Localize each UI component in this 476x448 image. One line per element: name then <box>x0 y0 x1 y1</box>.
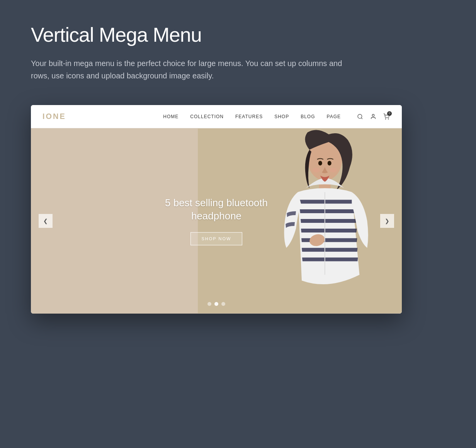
nav-item-page[interactable]: PAGE <box>327 114 341 119</box>
svg-point-11 <box>328 161 332 166</box>
nav-item-shop[interactable]: SHOP <box>274 114 289 119</box>
svg-point-3 <box>385 119 386 119</box>
svg-line-1 <box>361 118 362 119</box>
page-description: Your built-in mega menu is the perfect c… <box>31 57 348 82</box>
shop-now-button[interactable]: SHOP NOW <box>190 232 243 245</box>
account-icon[interactable] <box>369 113 377 120</box>
browser-mockup: IONE HOME COLLECTION FEATURES SHOP BLOG … <box>31 105 402 314</box>
svg-point-13 <box>330 168 337 173</box>
carousel-dot-3[interactable] <box>221 302 225 306</box>
svg-point-12 <box>313 168 320 173</box>
carousel-dots <box>207 302 225 306</box>
nav-item-blog[interactable]: BLOG <box>301 114 315 119</box>
nav-item-features[interactable]: FEATURES <box>235 114 263 119</box>
store-logo: IONE <box>42 112 66 121</box>
carousel-dot-2[interactable] <box>214 302 218 306</box>
carousel-dot-1[interactable] <box>207 302 211 306</box>
hero-title: 5 best selling bluetooth headphone <box>165 197 268 223</box>
svg-point-0 <box>358 114 362 119</box>
svg-point-2 <box>372 114 374 116</box>
store-navbar: IONE HOME COLLECTION FEATURES SHOP BLOG … <box>31 105 402 128</box>
store-nav: HOME COLLECTION FEATURES SHOP BLOG PAGE <box>163 114 341 119</box>
page-title: Vertical Mega Menu <box>31 23 445 46</box>
svg-point-4 <box>388 119 389 119</box>
nav-item-home[interactable]: HOME <box>163 114 178 119</box>
carousel-prev-button[interactable]: ❮ <box>39 214 53 228</box>
hero-section: 5 best selling bluetooth headphone SHOP … <box>31 128 402 314</box>
search-icon[interactable] <box>356 113 364 120</box>
cart-badge: 0 <box>387 111 392 116</box>
nav-item-collection[interactable]: COLLECTION <box>190 114 224 119</box>
store-icons: 0 <box>356 113 390 120</box>
arrow-left-icon: ❮ <box>43 218 48 224</box>
cart-icon[interactable]: 0 <box>382 113 390 120</box>
hero-text: 5 best selling bluetooth headphone SHOP … <box>165 197 268 245</box>
carousel-next-button[interactable]: ❯ <box>380 214 394 228</box>
arrow-right-icon: ❯ <box>385 218 389 224</box>
svg-point-10 <box>318 161 322 166</box>
